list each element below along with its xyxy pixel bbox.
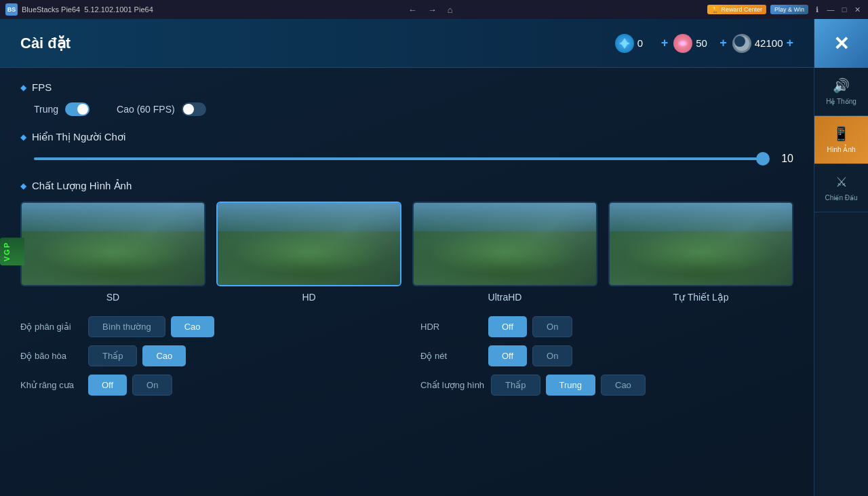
svg-point-4 xyxy=(734,36,745,47)
sidebar-item-hinh-anh[interactable]: 📱 Hình Ảnh xyxy=(814,116,868,164)
quality-custom[interactable]: Tự Thiết Lập xyxy=(608,202,793,303)
chien-dau-icon: ⚔ xyxy=(835,174,848,190)
image-quality-row: Chất lượng hình Thấp Trung Cao xyxy=(420,375,793,396)
image-quality-diamond-icon: ◆ xyxy=(20,181,26,191)
resolution-row: Độ phân giải Bình thường Cao xyxy=(20,316,393,337)
player-display-header: ◆ Hiển Thị Người Chơi xyxy=(20,131,793,143)
sidebar-item-chien-dau[interactable]: ⚔ Chiến Đấu xyxy=(814,164,868,212)
fps-diamond-icon: ◆ xyxy=(20,83,26,92)
quality-hd[interactable]: HD xyxy=(216,202,401,303)
svg-marker-0 xyxy=(619,38,630,49)
fps-trung-toggle[interactable] xyxy=(65,102,90,116)
hdr-off-btn[interactable]: Off xyxy=(488,316,527,337)
hdr-row: HDR Off On xyxy=(420,316,793,337)
quality-custom-label: Tự Thiết Lập xyxy=(673,292,729,303)
fps-options: Trung Cao (60 FPS) xyxy=(20,102,793,116)
resolution-high-btn[interactable]: Cao xyxy=(171,316,214,337)
title-bar-right: 🏆 Reward Center Play & Win ℹ — □ ✕ xyxy=(707,5,863,14)
quality-sd[interactable]: SD xyxy=(20,202,205,303)
quality-ultrahd-img xyxy=(414,203,596,285)
player-display-diamond-icon: ◆ xyxy=(20,132,26,142)
vgp-badge[interactable]: VGP xyxy=(0,237,24,265)
image-quality-section: ◆ Chất Lượng Hình Ảnh SD HD xyxy=(20,180,793,396)
title-bar-nav: ← → ⌂ xyxy=(406,3,456,16)
sidebar-close-btn[interactable]: ✕ xyxy=(814,19,869,68)
image-quality-low-btn[interactable]: Thấp xyxy=(491,375,540,396)
quality-sd-img xyxy=(22,203,204,285)
nav-home-btn[interactable]: ⌂ xyxy=(445,3,456,16)
fps-header: ◆ FPS xyxy=(20,81,793,93)
play-win-btn[interactable]: Play & Win xyxy=(770,5,808,14)
currency-1-icon xyxy=(615,34,634,53)
title-bar-left: BS BlueStacks Pie64 5.12.102.1001 Pie64 xyxy=(5,3,153,16)
currency-3-add-btn[interactable]: + xyxy=(786,36,793,50)
restore-btn[interactable]: □ xyxy=(840,5,849,14)
settings-grid: Độ phân giải Bình thường Cao HDR Off On xyxy=(20,316,793,396)
currency-2: 50 + xyxy=(673,34,727,53)
sharpness-on-btn[interactable]: On xyxy=(532,345,572,366)
sharpness-row: Độ nét Off On xyxy=(420,345,793,366)
nav-forward-btn[interactable]: → xyxy=(425,3,439,16)
close-titlebar-btn[interactable]: ✕ xyxy=(853,5,863,14)
quality-hd-img xyxy=(218,203,400,285)
currency-1: 0 + xyxy=(615,34,669,53)
sharpness-label: Độ nét xyxy=(420,351,481,361)
hdr-label: HDR xyxy=(420,322,481,332)
title-bar: BS BlueStacks Pie64 5.12.102.1001 Pie64 … xyxy=(0,0,868,19)
image-quality-header: ◆ Chất Lượng Hình Ảnh xyxy=(20,180,793,192)
image-quality-title: Chất Lượng Hình Ảnh xyxy=(32,180,132,192)
quality-grid: SD HD UltraHD xyxy=(20,202,793,303)
currency-2-value: 50 xyxy=(696,37,716,49)
player-display-value: 10 xyxy=(773,153,793,165)
fps-trung-label: Trung xyxy=(34,104,58,115)
quality-hd-thumb xyxy=(216,202,401,286)
currency-1-value: 0 xyxy=(637,37,658,49)
he-thong-icon: 🔊 xyxy=(833,77,850,94)
saturation-high-btn[interactable]: Cao xyxy=(142,345,186,366)
header-bar: Cài đặt 0 + 50 + xyxy=(0,19,814,68)
minimize-btn[interactable]: — xyxy=(826,5,835,14)
hdr-btn-group: Off On xyxy=(488,316,572,337)
player-display-slider[interactable] xyxy=(34,157,763,160)
antialiasing-label: Khử răng cưa xyxy=(20,380,81,390)
app-logo: BS xyxy=(5,3,18,16)
chien-dau-label: Chiến Đấu xyxy=(825,194,857,202)
fps-cao-toggle[interactable] xyxy=(182,102,206,116)
content-area: Cài đặt 0 + 50 + xyxy=(0,19,814,496)
quality-custom-thumb xyxy=(608,202,793,286)
page-title: Cài đặt xyxy=(20,35,71,52)
quality-custom-img xyxy=(610,203,792,285)
sharpness-off-btn[interactable]: Off xyxy=(488,345,527,366)
fps-cao-option: Cao (60 FPS) xyxy=(117,102,206,116)
hdr-on-btn[interactable]: On xyxy=(532,316,572,337)
currency-3: 42100 + xyxy=(732,34,793,53)
sharpness-btn-group: Off On xyxy=(488,345,572,366)
quality-ultrahd-thumb xyxy=(412,202,597,286)
saturation-low-btn[interactable]: Thấp xyxy=(88,345,137,366)
antialiasing-on-btn[interactable]: On xyxy=(132,375,172,396)
antialiasing-off-btn[interactable]: Off xyxy=(88,375,127,396)
image-quality-mid-btn[interactable]: Trung xyxy=(546,375,595,396)
he-thong-label: Hệ Thống xyxy=(826,98,856,106)
image-quality-high-btn[interactable]: Cao xyxy=(601,375,646,396)
settings-content: ◆ FPS Trung Cao (60 FPS) ◆ xyxy=(0,68,814,496)
resolution-label: Độ phân giải xyxy=(20,322,81,332)
reward-center-btn[interactable]: 🏆 Reward Center xyxy=(707,5,766,14)
saturation-label: Độ bão hòa xyxy=(20,351,81,361)
app-name: BlueStacks Pie64 xyxy=(22,5,80,14)
info-btn[interactable]: ℹ xyxy=(812,5,822,14)
sidebar-item-he-thong[interactable]: 🔊 Hệ Thống xyxy=(814,68,868,116)
currency-1-add-btn[interactable]: + xyxy=(661,36,669,50)
hinh-anh-label: Hình Ảnh xyxy=(827,146,855,154)
currency-2-add-btn[interactable]: + xyxy=(719,36,727,50)
player-display-section: ◆ Hiển Thị Người Chơi 10 xyxy=(20,131,793,165)
nav-back-btn[interactable]: ← xyxy=(406,3,420,16)
currency-3-icon xyxy=(732,34,751,53)
quality-ultrahd[interactable]: UltraHD xyxy=(412,202,597,303)
saturation-btn-group: Thấp Cao xyxy=(88,345,186,366)
antialiasing-row: Khử răng cưa Off On xyxy=(20,375,393,396)
hinh-anh-icon: 📱 xyxy=(833,126,850,142)
player-display-slider-row: 10 xyxy=(20,153,793,165)
quality-hd-label: HD xyxy=(302,292,315,303)
resolution-normal-btn[interactable]: Bình thường xyxy=(88,316,165,337)
